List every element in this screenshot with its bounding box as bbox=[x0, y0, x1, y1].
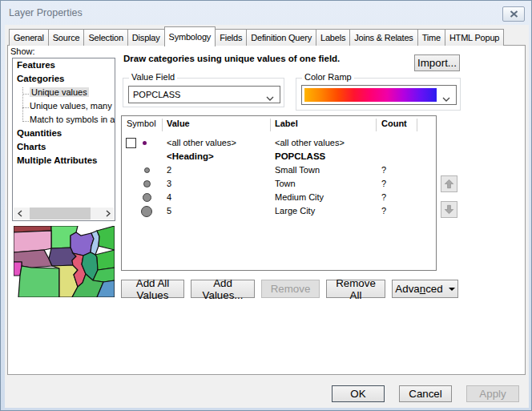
sidebar-item-label: Unique values bbox=[30, 87, 89, 97]
tab-general[interactable]: General bbox=[9, 29, 49, 46]
point-symbol-icon[interactable] bbox=[144, 167, 150, 173]
table-row[interactable]: 3Town? bbox=[122, 177, 436, 191]
column-header-symbol[interactable]: Symbol bbox=[127, 119, 156, 128]
point-symbol-icon bbox=[143, 141, 147, 145]
column-separator bbox=[376, 119, 377, 131]
color-ramp-swatch bbox=[304, 88, 437, 102]
value-cell: 5 bbox=[167, 204, 171, 218]
table-row[interactable]: 5Large City? bbox=[122, 204, 436, 218]
sidebar-item-charts[interactable]: Charts bbox=[13, 140, 115, 154]
category-symbol bbox=[122, 163, 163, 177]
move-up-button[interactable] bbox=[441, 175, 457, 192]
sidebar-item-features[interactable]: Features bbox=[13, 58, 115, 72]
count-cell: ? bbox=[381, 204, 386, 218]
tab-fields[interactable]: Fields bbox=[215, 29, 247, 46]
button-label: Add All Values bbox=[127, 277, 179, 301]
apply-button: Apply bbox=[466, 385, 519, 402]
value-cell: 4 bbox=[167, 191, 171, 204]
count-cell: ? bbox=[381, 163, 386, 177]
tab-symbology[interactable]: Symbology bbox=[164, 26, 216, 46]
table-row[interactable]: 4Medium City? bbox=[122, 191, 436, 204]
column-header-count[interactable]: Count bbox=[381, 119, 407, 128]
label-cell: Town bbox=[275, 177, 296, 191]
sidebar-item-categories[interactable]: Categories bbox=[13, 72, 115, 86]
label-cell: Medium City bbox=[275, 191, 324, 204]
show-tree-list[interactable]: FeaturesCategoriesUnique valuesUnique va… bbox=[12, 58, 115, 221]
point-symbol-icon[interactable] bbox=[141, 206, 152, 217]
button-label: Remove bbox=[271, 283, 311, 295]
label-cell: Small Town bbox=[275, 163, 320, 177]
layer-properties-dialog: Layer Properties GeneralSourceSelectionD… bbox=[0, 0, 532, 411]
column-header-label[interactable]: Label bbox=[275, 119, 298, 128]
category-symbol bbox=[122, 191, 163, 204]
symbology-map-preview bbox=[14, 226, 115, 297]
horizontal-scrollbar[interactable] bbox=[14, 208, 114, 220]
color-ramp-group: Color Ramp bbox=[296, 78, 461, 111]
point-symbol-icon[interactable] bbox=[143, 180, 151, 187]
sidebar-item-label: Features bbox=[17, 60, 55, 70]
button-label: Remove All bbox=[332, 277, 380, 301]
tab-source[interactable]: Source bbox=[48, 29, 85, 46]
add-all-values-button[interactable]: Add All Values bbox=[121, 280, 184, 298]
button-label: Advanced bbox=[395, 283, 442, 295]
point-symbol-icon[interactable] bbox=[143, 193, 151, 202]
import-button[interactable]: Import... bbox=[414, 54, 460, 71]
tab-display[interactable]: Display bbox=[127, 29, 165, 46]
map-region bbox=[18, 266, 59, 297]
label-cell: Large City bbox=[275, 204, 315, 218]
value-field-label: Value Field bbox=[129, 72, 177, 82]
count-cell: ? bbox=[381, 191, 386, 204]
table-row[interactable]: <all other values><all other values> bbox=[122, 136, 436, 150]
value-cell: <Heading> bbox=[167, 150, 214, 163]
method-description: Draw categories using unique values of o… bbox=[123, 54, 340, 63]
sidebar-item-label: Charts bbox=[17, 142, 46, 151]
categories-table-header: Symbol Value Label Count bbox=[122, 116, 436, 134]
window-title: Layer Properties bbox=[9, 7, 83, 18]
chevron-down-icon bbox=[442, 94, 450, 103]
empty-symbol-cell bbox=[122, 150, 163, 163]
map-region bbox=[49, 248, 76, 266]
sidebar-item-label: Categories bbox=[17, 74, 64, 83]
all-other-values-checkbox[interactable] bbox=[126, 138, 136, 148]
sidebar-item-multiple-attributes[interactable]: Multiple Attributes bbox=[13, 154, 115, 167]
remove-all-button[interactable]: Remove All bbox=[326, 280, 385, 298]
chevron-down-icon bbox=[266, 93, 274, 103]
scroll-left-arrow-icon[interactable] bbox=[14, 208, 26, 220]
sidebar-item-label: Unique values, many bbox=[30, 101, 112, 111]
sidebar-item-quantities[interactable]: Quantities bbox=[13, 127, 115, 140]
tab-labels[interactable]: Labels bbox=[316, 29, 350, 46]
add-values-button[interactable]: Add Values... bbox=[191, 280, 255, 298]
tab-definition-query[interactable]: Definition Query bbox=[246, 29, 316, 46]
table-row[interactable]: 2Small Town? bbox=[122, 163, 436, 177]
close-button[interactable] bbox=[502, 6, 525, 22]
advanced-button[interactable]: Advanced bbox=[392, 280, 458, 298]
scroll-right-arrow-icon[interactable] bbox=[102, 208, 114, 220]
scrollbar-thumb[interactable] bbox=[30, 208, 91, 220]
tab-html-popup[interactable]: HTML Popup bbox=[445, 29, 504, 46]
label-cell: POPCLASS bbox=[275, 150, 325, 163]
categories-table[interactable]: Symbol Value Label Count <all other valu… bbox=[121, 115, 437, 271]
sidebar-item-label: Match to symbols in a bbox=[30, 115, 115, 124]
remove-button: Remove bbox=[261, 280, 320, 298]
tab-selection[interactable]: Selection bbox=[83, 29, 127, 46]
category-symbol bbox=[122, 204, 163, 218]
tab-time[interactable]: Time bbox=[417, 29, 445, 46]
count-cell: ? bbox=[381, 177, 386, 191]
ok-button[interactable]: OK bbox=[332, 385, 385, 402]
value-field-selected-value: POPCLASS bbox=[133, 90, 180, 99]
value-field-dropdown[interactable]: POPCLASS bbox=[128, 86, 280, 103]
tab-joins-relates[interactable]: Joins & Relates bbox=[349, 29, 417, 46]
sidebar-item-unique-values-many[interactable]: Unique values, many bbox=[13, 99, 115, 113]
sidebar-item-match-to-symbols-in-a[interactable]: Match to symbols in a bbox=[13, 113, 115, 127]
sidebar-item-unique-values[interactable]: Unique values bbox=[13, 86, 115, 99]
color-ramp-dropdown[interactable] bbox=[301, 85, 457, 105]
title-bar: Layer Properties bbox=[1, 1, 531, 25]
arrow-up-icon bbox=[444, 179, 454, 189]
cancel-button[interactable]: Cancel bbox=[399, 385, 452, 402]
all-other-values-symbol bbox=[122, 136, 163, 150]
move-down-button[interactable] bbox=[441, 201, 457, 218]
category-symbol bbox=[122, 177, 163, 191]
dropdown-arrow-icon bbox=[449, 288, 455, 291]
column-header-value[interactable]: Value bbox=[167, 119, 190, 128]
table-row[interactable]: <Heading>POPCLASS bbox=[122, 150, 436, 163]
